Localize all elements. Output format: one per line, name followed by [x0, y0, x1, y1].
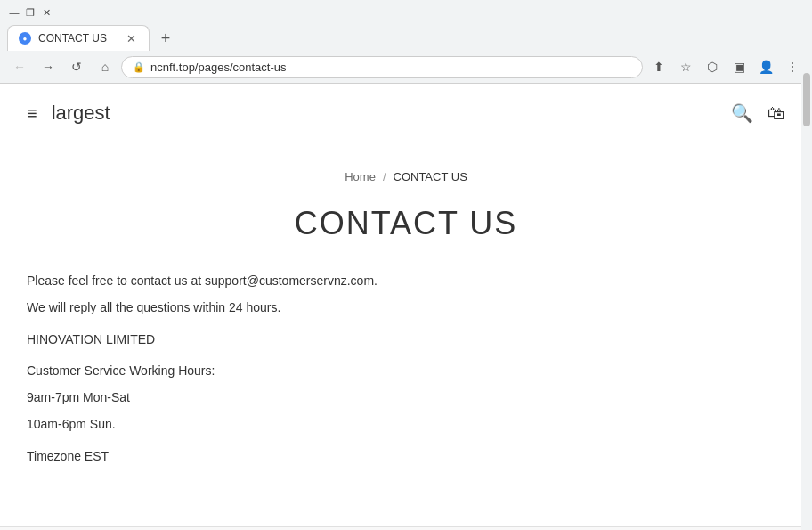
url-text: ncnft.top/pages/contact-us — [150, 61, 286, 74]
window-minimize-btn[interactable]: — — [7, 5, 21, 20]
bookmark-btn[interactable]: ☆ — [673, 54, 698, 79]
contact-hours-label: Customer Service Working Hours: — [27, 361, 561, 382]
header-right: 🔍 🛍 — [731, 102, 785, 124]
search-icon[interactable]: 🔍 — [731, 102, 753, 124]
breadcrumb-home-link[interactable]: Home — [345, 170, 376, 183]
cart-icon[interactable]: 🛍 — [767, 103, 785, 124]
contact-line2: We will reply all the questions within 2… — [27, 298, 561, 319]
scrollbar[interactable] — [801, 71, 812, 530]
profile-btn[interactable]: 👤 — [753, 54, 778, 79]
tab-favicon: ● — [19, 32, 31, 45]
hamburger-menu-btn[interactable]: ≡ — [27, 103, 37, 124]
site-footer: TERMS OF SERVICE TERMS OF SERVICE SHIPPI… — [0, 526, 812, 530]
home-btn[interactable]: ⌂ — [93, 54, 118, 79]
tab-title: CONTACT US — [38, 32, 107, 45]
scrollbar-thumb[interactable] — [803, 73, 810, 126]
new-tab-btn[interactable]: + — [153, 26, 178, 51]
contact-line1: Please feel free to contact us at suppor… — [27, 271, 561, 292]
forward-btn[interactable]: → — [36, 54, 61, 79]
tab-close-btn[interactable]: ✕ — [124, 31, 138, 45]
contact-info: Please feel free to contact us at suppor… — [27, 271, 561, 468]
site-header: ≡ largest 🔍 🛍 — [0, 84, 812, 143]
breadcrumb: Home / CONTACT US — [27, 170, 785, 183]
window-close-btn[interactable]: ✕ — [39, 5, 53, 20]
page-title: CONTACT US — [27, 205, 785, 242]
lock-icon: 🔒 — [133, 61, 145, 73]
header-left: ≡ largest — [27, 102, 110, 125]
window-restore-btn[interactable]: ❐ — [23, 5, 37, 20]
refresh-btn[interactable]: ↺ — [64, 54, 89, 79]
site-logo[interactable]: largest — [52, 102, 110, 125]
contact-timezone: Timezone EST — [27, 446, 561, 468]
sidebar-btn[interactable]: ▣ — [727, 54, 751, 79]
back-btn[interactable]: ← — [7, 54, 32, 79]
browser-tab[interactable]: ● CONTACT US ✕ — [7, 25, 150, 51]
contact-hours1: 9am-7pm Mon-Sat — [27, 387, 561, 409]
page-content: ≡ largest 🔍 🛍 Home / CONTACT US CONTACT … — [0, 84, 812, 530]
contact-hours2: 10am-6pm Sun. — [27, 414, 561, 436]
extensions-btn[interactable]: ⬡ — [700, 54, 725, 79]
share-btn[interactable]: ⬆ — [646, 54, 671, 79]
breadcrumb-current: CONTACT US — [394, 170, 467, 183]
address-bar[interactable]: 🔒 ncnft.top/pages/contact-us — [121, 56, 643, 78]
main-content: Home / CONTACT US CONTACT US Please feel… — [0, 143, 812, 526]
breadcrumb-separator: / — [383, 170, 386, 183]
contact-company: HINOVATION LIMITED — [27, 330, 561, 351]
